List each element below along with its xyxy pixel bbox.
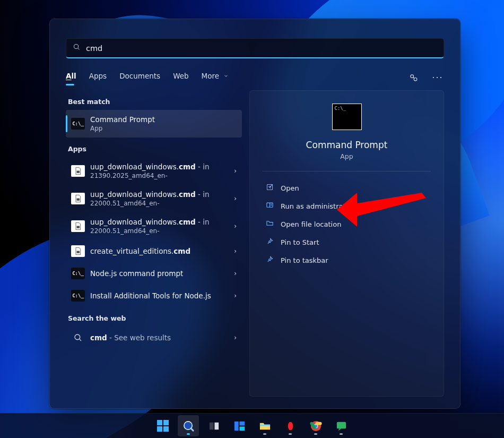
cmd-app-icon: C:\_	[71, 268, 85, 279]
result-cmd-file-2[interactable]: uup_download_windows.cmd - in 22000.51_a…	[66, 185, 242, 212]
svg-rect-6	[77, 226, 80, 228]
section-best-match: Best match	[68, 98, 242, 106]
action-run-as-administrator[interactable]: Run as administrator	[263, 197, 431, 215]
svg-line-14	[190, 428, 193, 430]
svg-point-2	[410, 74, 413, 78]
feedback-icon[interactable]	[405, 69, 422, 86]
svg-rect-19	[239, 426, 245, 431]
tab-all[interactable]: All	[66, 70, 76, 85]
action-pin-to-start[interactable]: Pin to Start	[263, 233, 431, 251]
action-open-file-location[interactable]: Open file location	[263, 215, 431, 233]
chrome-button[interactable]	[305, 415, 326, 436]
tab-documents[interactable]: Documents	[119, 70, 160, 85]
svg-rect-20	[259, 424, 270, 426]
tab-apps[interactable]: Apps	[89, 70, 107, 85]
svg-rect-17	[234, 421, 238, 430]
chevron-right-icon: ›	[234, 292, 237, 299]
open-icon	[266, 183, 274, 193]
svg-point-8	[75, 334, 80, 340]
start-button[interactable]	[152, 415, 173, 436]
file-explorer-button[interactable]	[254, 415, 275, 436]
search-input[interactable]	[86, 44, 437, 53]
preview-title: Command Prompt	[306, 140, 388, 150]
cmd-file-icon	[71, 193, 85, 204]
chat-app-button[interactable]	[331, 415, 352, 436]
cmd-file-icon	[71, 220, 85, 232]
cmd-large-icon: C:\_	[332, 104, 362, 130]
action-pin-to-taskbar[interactable]: Pin to taskbar	[263, 251, 431, 269]
preview-pane: C:\_ Command Prompt App Open Run as admi…	[249, 90, 444, 397]
tab-web[interactable]: Web	[173, 70, 188, 85]
folder-icon	[266, 219, 274, 229]
start-search-panel: All Apps Documents Web More ··· Best mat…	[49, 19, 460, 409]
chevron-down-icon	[223, 72, 229, 80]
svg-rect-16	[214, 422, 219, 429]
result-cmd-file-3[interactable]: uup_download_windows.cmd - in 22000.51_a…	[66, 212, 242, 240]
result-nodejs-cmd[interactable]: C:\_ Node.js command prompt ›	[66, 262, 242, 285]
windows-logo-icon	[157, 420, 169, 432]
svg-point-0	[74, 45, 79, 49]
search-box[interactable]	[66, 38, 444, 58]
pin-icon	[266, 237, 274, 247]
section-apps: Apps	[68, 145, 242, 153]
chevron-right-icon: ›	[234, 270, 237, 277]
svg-rect-4	[77, 171, 80, 173]
filter-tabs: All Apps Documents Web More ···	[66, 69, 444, 86]
svg-point-22	[288, 422, 293, 430]
opera-button[interactable]	[280, 415, 301, 436]
svg-rect-7	[77, 251, 80, 253]
action-open[interactable]: Open	[263, 179, 431, 197]
svg-rect-18	[239, 421, 245, 425]
result-search-web[interactable]: cmd - See web results ›	[66, 327, 242, 349]
chevron-right-icon: ›	[234, 167, 237, 175]
svg-line-9	[79, 339, 81, 341]
widgets-button[interactable]	[229, 415, 250, 436]
task-view-button[interactable]	[203, 415, 224, 436]
svg-rect-26	[336, 422, 345, 428]
results-list: Best match C:\_ Command Prompt App Apps …	[66, 90, 242, 397]
cmd-app-icon: C:\_	[71, 290, 85, 302]
taskbar	[0, 413, 504, 438]
section-search-web: Search the web	[68, 314, 242, 322]
svg-rect-15	[209, 422, 213, 429]
more-options-button[interactable]: ···	[429, 73, 446, 83]
result-cmd-file-1[interactable]: uup_download_windows.cmd - in 21390.2025…	[66, 157, 242, 185]
cmd-app-icon: C:\_	[71, 118, 85, 130]
shield-icon	[266, 201, 274, 211]
preview-subtitle: App	[340, 152, 353, 160]
tab-more[interactable]: More	[202, 70, 229, 85]
svg-line-1	[78, 48, 80, 50]
search-icon	[71, 332, 85, 343]
chevron-right-icon: ›	[234, 195, 237, 202]
result-cmd-file-4[interactable]: create_virtual_editions.cmd ›	[66, 240, 242, 262]
result-nodejs-tools[interactable]: C:\_ Install Additional Tools for Node.j…	[66, 285, 242, 307]
chevron-right-icon: ›	[234, 247, 237, 255]
chevron-right-icon: ›	[234, 222, 237, 230]
pin-icon	[266, 255, 274, 265]
cmd-file-icon	[71, 165, 85, 177]
chevron-right-icon: ›	[234, 334, 237, 341]
cmd-file-icon	[71, 245, 85, 257]
result-command-prompt[interactable]: C:\_ Command Prompt App	[66, 110, 242, 138]
search-icon	[73, 43, 81, 53]
svg-rect-5	[77, 199, 80, 200]
taskbar-search-button[interactable]	[178, 415, 199, 436]
